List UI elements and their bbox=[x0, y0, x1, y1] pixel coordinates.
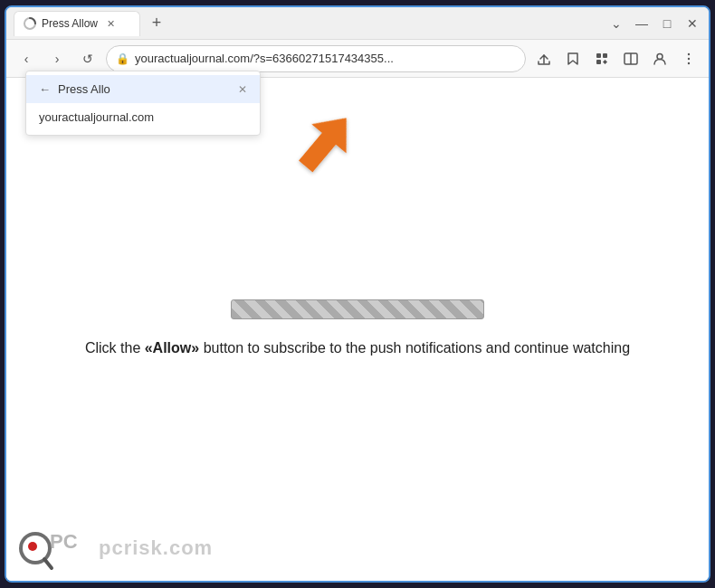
autocomplete-item-pressallow[interactable]: ← Press Allo ✕ bbox=[26, 75, 260, 103]
svg-rect-3 bbox=[596, 60, 601, 64]
extensions-icon[interactable] bbox=[589, 46, 615, 71]
forward-button[interactable]: › bbox=[44, 46, 70, 71]
profile-icon[interactable] bbox=[647, 46, 672, 71]
svg-marker-10 bbox=[289, 105, 359, 181]
back-button[interactable]: ‹ bbox=[14, 46, 39, 71]
split-view-icon[interactable] bbox=[618, 46, 644, 71]
minimize-button[interactable]: — bbox=[633, 16, 651, 31]
autocomplete-close-icon[interactable]: ✕ bbox=[238, 83, 247, 96]
autocomplete-item-domain[interactable]: youractualjournal.com bbox=[26, 103, 260, 131]
reload-button[interactable]: ↺ bbox=[75, 46, 100, 71]
address-input[interactable]: 🔒 youractualjournal.com/?s=6366027151743… bbox=[106, 45, 526, 72]
new-tab-button[interactable]: + bbox=[144, 11, 169, 36]
maximize-button[interactable]: □ bbox=[658, 16, 676, 31]
svg-point-13 bbox=[28, 542, 37, 551]
svg-rect-1 bbox=[596, 53, 601, 58]
autocomplete-text: Press Allo bbox=[58, 82, 231, 96]
bookmark-icon[interactable] bbox=[560, 46, 586, 71]
autocomplete-dropdown: ← Press Allo ✕ youractualjournal.com bbox=[25, 71, 261, 136]
tab-favicon bbox=[24, 17, 36, 30]
autocomplete-domain-text: youractualjournal.com bbox=[39, 110, 154, 124]
toolbar-icons bbox=[531, 46, 701, 71]
svg-text:PC: PC bbox=[50, 530, 78, 553]
pcrisk-text: pcrisk.com bbox=[99, 536, 213, 560]
instruction-allow-text: «Allow» bbox=[145, 340, 199, 356]
instruction-text-before: Click the bbox=[85, 340, 145, 356]
pcrisk-logo-icon: PC bbox=[15, 521, 97, 575]
share-icon[interactable] bbox=[531, 46, 557, 71]
svg-point-7 bbox=[688, 52, 690, 54]
browser-window: Press Allow ✕ + ⌄ — □ ✕ ‹ › ↺ 🔒 youractu… bbox=[5, 5, 710, 583]
title-bar: Press Allow ✕ + ⌄ — □ ✕ bbox=[6, 7, 709, 40]
watermark: PC pcrisk.com bbox=[6, 516, 222, 581]
url-text: youractualjournal.com/?s=636602715174343… bbox=[135, 52, 516, 65]
close-button[interactable]: ✕ bbox=[683, 16, 701, 31]
svg-point-8 bbox=[688, 57, 690, 59]
menu-icon[interactable] bbox=[676, 46, 701, 71]
lock-icon: 🔒 bbox=[116, 52, 129, 65]
tab-area: Press Allow ✕ + bbox=[14, 7, 607, 39]
arrow-container bbox=[287, 105, 359, 190]
tab-title: Press Allow bbox=[42, 17, 98, 30]
svg-point-9 bbox=[688, 62, 690, 63]
instruction-text: Click the «Allow» button to subscribe to… bbox=[85, 337, 630, 359]
progress-bar bbox=[231, 299, 484, 319]
window-controls: ⌄ — □ ✕ bbox=[607, 16, 701, 31]
orange-arrow-icon bbox=[287, 105, 359, 186]
svg-point-6 bbox=[657, 53, 663, 59]
autocomplete-back-icon: ← bbox=[39, 82, 51, 96]
svg-line-14 bbox=[44, 559, 52, 568]
tab-close-button[interactable]: ✕ bbox=[103, 16, 118, 31]
svg-rect-2 bbox=[603, 53, 607, 58]
instruction-text-after: button to subscribe to the push notifica… bbox=[199, 340, 630, 356]
chevron-down-icon[interactable]: ⌄ bbox=[607, 16, 625, 31]
page-content: Click the «Allow» button to subscribe to… bbox=[6, 78, 709, 581]
active-tab[interactable]: Press Allow ✕ bbox=[14, 11, 140, 36]
